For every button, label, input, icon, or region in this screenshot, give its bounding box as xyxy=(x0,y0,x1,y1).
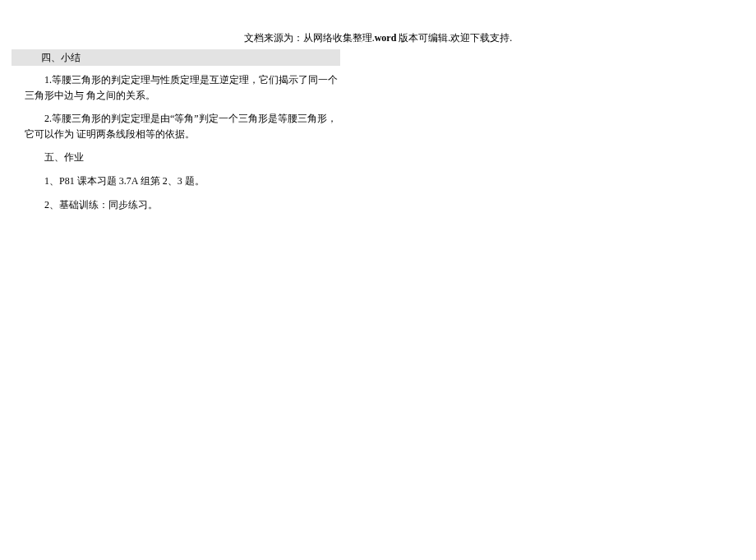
document-header: 文档来源为：从网络收集整理.word 版本可编辑.欢迎下载支持. xyxy=(0,31,756,45)
paragraph-2: 2.等腰三角形的判定定理是由“等角”判定一个三角形是等腰三角形，它可以作为 证明… xyxy=(25,111,340,141)
paragraph-3: 五、作业 xyxy=(25,150,340,165)
paragraph-4-text: 1、P81 课本习题 3.7A 组第 2、3 题。 xyxy=(44,175,205,187)
paragraph-4: 1、P81 课本习题 3.7A 组第 2、3 题。 xyxy=(25,174,340,189)
paragraph-1-text: 1.等腰三角形的判定定理与性质定理是互逆定理，它们揭示了同一个三角形中边与 角之… xyxy=(25,74,338,101)
section-heading-highlight: 四、小结 xyxy=(12,49,340,66)
header-bold: word xyxy=(375,32,397,44)
paragraph-5: 2、基础训练：同步练习。 xyxy=(25,197,340,213)
header-prefix: 文档来源为：从网络收集整理. xyxy=(244,32,375,44)
header-suffix: 版本可编辑.欢迎下载支持. xyxy=(396,32,512,44)
content-block: 1.等腰三角形的判定定理与性质定理是互逆定理，它们揭示了同一个三角形中边与 角之… xyxy=(25,72,340,220)
document-page: 文档来源为：从网络收集整理.word 版本可编辑.欢迎下载支持. 四、小结 1.… xyxy=(0,0,756,560)
paragraph-5-text: 2、基础训练：同步练习。 xyxy=(44,199,158,211)
paragraph-2-text: 2.等腰三角形的判定定理是由“等角”判定一个三角形是等腰三角形，它可以作为 证明… xyxy=(25,111,340,141)
paragraph-3-text: 五、作业 xyxy=(44,151,84,163)
paragraph-1: 1.等腰三角形的判定定理与性质定理是互逆定理，它们揭示了同一个三角形中边与 角之… xyxy=(25,72,340,103)
section-heading: 四、小结 xyxy=(41,51,81,65)
